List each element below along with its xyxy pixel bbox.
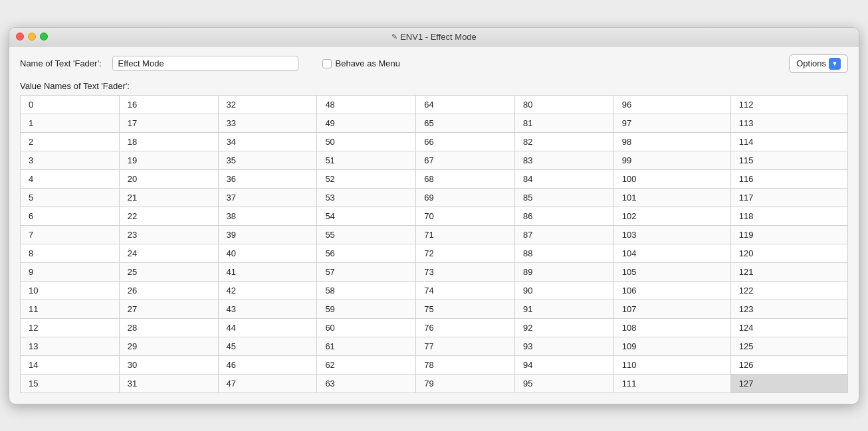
table-cell[interactable]: 78: [416, 355, 515, 374]
table-cell[interactable]: 23: [119, 225, 218, 244]
table-cell[interactable]: 94: [514, 355, 613, 374]
table-row[interactable]: 1173349658197113: [21, 114, 848, 132]
table-cell[interactable]: 47: [218, 374, 317, 392]
table-cell[interactable]: 98: [613, 132, 730, 151]
table-cell[interactable]: 32: [218, 95, 317, 114]
table-cell[interactable]: 68: [416, 169, 515, 188]
table-cell[interactable]: 4: [21, 169, 120, 188]
table-cell[interactable]: 44: [218, 318, 317, 337]
table-cell[interactable]: 11: [21, 300, 120, 318]
table-cell[interactable]: 117: [730, 188, 847, 207]
table-cell[interactable]: 113: [730, 114, 847, 132]
table-row[interactable]: 52137536985101117: [21, 188, 848, 207]
table-cell[interactable]: 99: [613, 151, 730, 169]
table-cell[interactable]: 105: [613, 262, 730, 281]
table-cell[interactable]: 29: [119, 337, 218, 355]
table-cell[interactable]: 82: [514, 132, 613, 151]
table-cell[interactable]: 35: [218, 151, 317, 169]
table-cell[interactable]: 121: [730, 262, 847, 281]
table-cell[interactable]: 120: [730, 244, 847, 262]
table-cell[interactable]: 18: [119, 132, 218, 151]
table-cell[interactable]: 54: [317, 207, 416, 225]
table-cell[interactable]: 104: [613, 244, 730, 262]
table-cell[interactable]: 81: [514, 114, 613, 132]
table-cell[interactable]: 3: [21, 151, 120, 169]
table-cell[interactable]: 58: [317, 281, 416, 300]
table-cell[interactable]: 100: [613, 169, 730, 188]
table-cell[interactable]: 101: [613, 188, 730, 207]
minimize-button[interactable]: [28, 33, 36, 41]
table-cell[interactable]: 50: [317, 132, 416, 151]
table-cell[interactable]: 118: [730, 207, 847, 225]
table-cell[interactable]: 108: [613, 318, 730, 337]
table-cell[interactable]: 74: [416, 281, 515, 300]
table-cell[interactable]: 65: [416, 114, 515, 132]
table-cell[interactable]: 123: [730, 300, 847, 318]
table-cell[interactable]: 53: [317, 188, 416, 207]
table-cell[interactable]: 10: [21, 281, 120, 300]
table-cell[interactable]: 15: [21, 374, 120, 392]
table-cell[interactable]: 62: [317, 355, 416, 374]
table-cell[interactable]: 126: [730, 355, 847, 374]
table-cell[interactable]: 111: [613, 374, 730, 392]
table-cell[interactable]: 67: [416, 151, 515, 169]
table-cell[interactable]: 92: [514, 318, 613, 337]
table-cell[interactable]: 110: [613, 355, 730, 374]
table-cell[interactable]: 109: [613, 337, 730, 355]
table-cell[interactable]: 115: [730, 151, 847, 169]
table-row[interactable]: 62238547086102118: [21, 207, 848, 225]
table-cell[interactable]: 13: [21, 337, 120, 355]
table-cell[interactable]: 5: [21, 188, 120, 207]
name-input[interactable]: [112, 56, 298, 71]
table-cell[interactable]: 95: [514, 374, 613, 392]
table-cell[interactable]: 21: [119, 188, 218, 207]
table-cell[interactable]: 42: [218, 281, 317, 300]
table-cell[interactable]: 97: [613, 114, 730, 132]
table-row[interactable]: 0163248648096112: [21, 95, 848, 114]
table-cell[interactable]: 88: [514, 244, 613, 262]
table-cell[interactable]: 96: [613, 95, 730, 114]
table-cell[interactable]: 17: [119, 114, 218, 132]
table-cell[interactable]: 19: [119, 151, 218, 169]
options-button[interactable]: Options ▼: [789, 54, 848, 73]
table-cell[interactable]: 116: [730, 169, 847, 188]
table-cell[interactable]: 89: [514, 262, 613, 281]
table-cell[interactable]: 122: [730, 281, 847, 300]
maximize-button[interactable]: [40, 33, 48, 41]
table-cell[interactable]: 6: [21, 207, 120, 225]
table-row[interactable]: 3193551678399115: [21, 151, 848, 169]
table-row[interactable]: 2183450668298114: [21, 132, 848, 151]
table-cell[interactable]: 114: [730, 132, 847, 151]
table-cell[interactable]: 30: [119, 355, 218, 374]
table-cell[interactable]: 49: [317, 114, 416, 132]
table-cell[interactable]: 69: [416, 188, 515, 207]
table-row[interactable]: 82440567288104120: [21, 244, 848, 262]
table-cell[interactable]: 57: [317, 262, 416, 281]
table-cell[interactable]: 56: [317, 244, 416, 262]
table-cell[interactable]: 107: [613, 300, 730, 318]
table-cell[interactable]: 73: [416, 262, 515, 281]
table-cell[interactable]: 48: [317, 95, 416, 114]
table-cell[interactable]: 63: [317, 374, 416, 392]
table-cell[interactable]: 43: [218, 300, 317, 318]
table-cell[interactable]: 59: [317, 300, 416, 318]
table-cell[interactable]: 0: [21, 95, 120, 114]
table-cell[interactable]: 119: [730, 225, 847, 244]
table-cell[interactable]: 64: [416, 95, 515, 114]
table-row[interactable]: 112743597591107123: [21, 300, 848, 318]
table-cell[interactable]: 36: [218, 169, 317, 188]
table-cell[interactable]: 46: [218, 355, 317, 374]
table-cell[interactable]: 24: [119, 244, 218, 262]
table-cell[interactable]: 40: [218, 244, 317, 262]
table-cell[interactable]: 25: [119, 262, 218, 281]
table-cell[interactable]: 9: [21, 262, 120, 281]
table-cell[interactable]: 103: [613, 225, 730, 244]
close-button[interactable]: [16, 33, 24, 41]
table-row[interactable]: 153147637995111127: [21, 374, 848, 392]
table-cell[interactable]: 2: [21, 132, 120, 151]
table-row[interactable]: 122844607692108124: [21, 318, 848, 337]
table-cell[interactable]: 38: [218, 207, 317, 225]
table-cell[interactable]: 55: [317, 225, 416, 244]
table-row[interactable]: 72339557187103119: [21, 225, 848, 244]
table-cell[interactable]: 31: [119, 374, 218, 392]
